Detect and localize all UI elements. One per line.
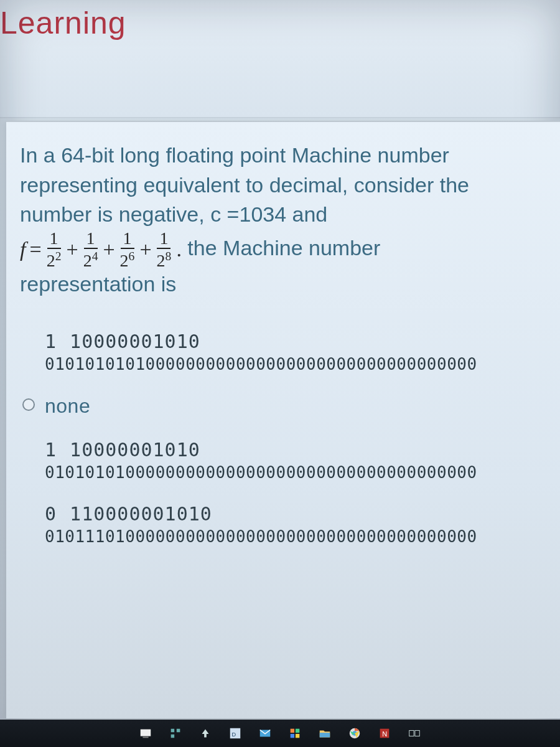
option-3[interactable]: 1 10000001010 01010101000000000000000000…: [45, 439, 555, 482]
fraction-3: 1 26: [119, 230, 136, 270]
devtools-icon[interactable]: [169, 726, 182, 740]
fraction-2: 1 24: [82, 230, 100, 270]
devcpp-icon[interactable]: D: [228, 726, 242, 740]
fraction-1: 1 22: [45, 230, 63, 270]
question-card: In a 64-bit long floating point Machine …: [6, 121, 560, 718]
svg-rect-8: [296, 734, 299, 738]
svg-text:N: N: [382, 730, 387, 738]
svg-rect-1: [142, 737, 148, 738]
period: .: [176, 235, 182, 265]
page-title: Learning: [0, 6, 126, 40]
taskview-icon[interactable]: [408, 726, 421, 740]
option-line1: 1 10000001010: [45, 439, 555, 461]
plus-sign: +: [139, 235, 151, 265]
svg-rect-6: [296, 729, 299, 733]
svg-rect-5: [291, 729, 294, 733]
option-line2: 0101110100000000000000000000000000000000…: [45, 527, 555, 546]
option-1[interactable]: 1 10000001010 01010101010000000000000000…: [45, 331, 555, 374]
question-line: representing equivalent to decimal, cons…: [20, 171, 555, 200]
explorer-icon[interactable]: [318, 726, 332, 740]
plus-sign: +: [66, 235, 78, 265]
mail-icon[interactable]: [258, 726, 272, 740]
question-tail: the Machine number: [187, 236, 380, 260]
fraction-4: 1 28: [156, 230, 173, 270]
option-line2: 0101010101000000000000000000000000000000…: [45, 355, 555, 374]
question-line: number is negative, c =1034 and: [20, 200, 555, 230]
question-formula-line: f = 1 22 + 1 24 + 1 26: [20, 230, 555, 270]
option-line2: 0101010100000000000000000000000000000000…: [45, 463, 555, 482]
nvidia-icon[interactable]: N: [378, 726, 391, 740]
answer-options: 1 10000001010 01010101010000000000000000…: [20, 331, 555, 546]
svg-rect-0: [141, 730, 151, 736]
chrome-icon[interactable]: [348, 726, 362, 740]
up-arrow-icon[interactable]: [198, 726, 212, 740]
var-f: f: [20, 235, 26, 265]
svg-rect-15: [415, 730, 419, 736]
taskbar: D N: [0, 720, 560, 747]
option-line1: 0 110000001010: [45, 503, 555, 525]
plus-sign: +: [103, 235, 114, 265]
equals-sign: =: [29, 235, 41, 265]
svg-rect-9: [320, 733, 330, 737]
svg-text:D: D: [232, 731, 236, 738]
option-4[interactable]: 0 110000001010 0101110100000000000000000…: [45, 503, 555, 546]
question-line: In a 64-bit long floating point Machine …: [20, 141, 555, 171]
question-text: In a 64-bit long floating point Machine …: [20, 141, 555, 299]
option-line1: none: [45, 395, 555, 418]
svg-rect-7: [291, 734, 294, 738]
option-2[interactable]: none: [45, 395, 555, 418]
radio-icon[interactable]: [22, 398, 35, 411]
svg-rect-14: [409, 730, 414, 736]
apps-icon[interactable]: [288, 726, 302, 740]
question-line: representation is: [20, 270, 555, 299]
whiteboard-icon[interactable]: [139, 726, 152, 740]
option-line1: 1 10000001010: [45, 331, 555, 352]
